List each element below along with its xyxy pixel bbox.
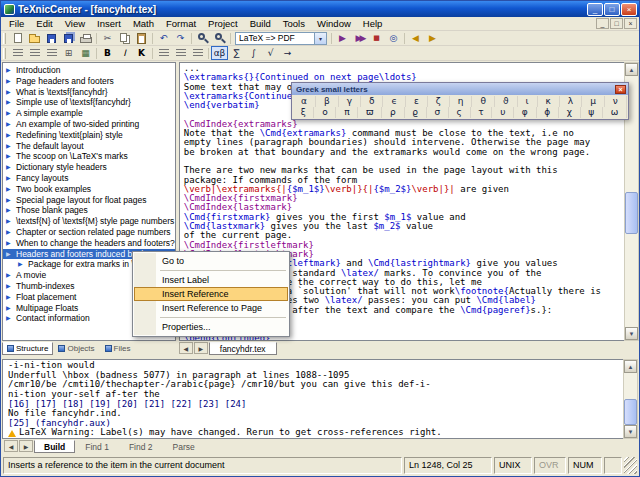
- greek-letter-button[interactable]: λ: [560, 96, 582, 107]
- align-left[interactable]: [155, 46, 172, 60]
- math-sqrt[interactable]: √: [262, 46, 279, 60]
- greek-letter-button[interactable]: γ: [339, 96, 361, 107]
- greek-letter-button[interactable]: ϖ: [358, 107, 382, 118]
- greek-letter-button[interactable]: τ: [471, 107, 493, 118]
- tree-item[interactable]: ▶An example of two-sided printing: [3, 119, 175, 130]
- palette-title-bar[interactable]: Greek small letters ×: [292, 83, 628, 95]
- tree-item[interactable]: ▶Those blank pages: [3, 205, 175, 216]
- tree-item[interactable]: ▶\textsf{N} of \textsf{M} style page num…: [3, 216, 175, 227]
- context-menu-item-insert-reference[interactable]: Insert Reference: [134, 287, 288, 301]
- greek-letter-button[interactable]: ν: [605, 96, 627, 107]
- insert-enumerate-list[interactable]: [26, 46, 43, 60]
- output-tab-find-2[interactable]: Find 2: [119, 440, 163, 453]
- tree-item[interactable]: ▶The default layout: [3, 141, 175, 152]
- greek-letter-button[interactable]: η: [450, 96, 473, 107]
- print[interactable]: [77, 31, 94, 45]
- output-tab-scroll-left-button[interactable]: ◀: [4, 440, 18, 452]
- paste[interactable]: [133, 31, 150, 45]
- context-menu-item-insert-reference-to-page[interactable]: Insert Reference to Page: [134, 301, 288, 315]
- math-integral[interactable]: ∫: [245, 46, 262, 60]
- resize-grip[interactable]: [624, 457, 637, 474]
- align-right[interactable]: [189, 46, 206, 60]
- math-greek-letters[interactable]: αβ: [211, 46, 228, 60]
- greek-letter-button[interactable]: ζ: [428, 96, 450, 107]
- insert-itemize-list[interactable]: [9, 46, 26, 60]
- copy[interactable]: [116, 31, 133, 45]
- menu-help[interactable]: Help: [357, 17, 389, 30]
- greek-letter-button[interactable]: μ: [582, 96, 605, 107]
- tree-item[interactable]: ▶Page headers and footers: [3, 76, 175, 87]
- mdi-minimize-button[interactable]: _: [596, 18, 609, 29]
- menu-file[interactable]: File: [3, 17, 30, 30]
- math-arrow[interactable]: →: [279, 46, 296, 60]
- menu-edit[interactable]: Edit: [30, 17, 58, 30]
- tree-item[interactable]: ▶A simple example: [3, 108, 175, 119]
- undo[interactable]: ↶: [155, 31, 172, 45]
- greek-letter-button[interactable]: ω: [603, 107, 627, 118]
- menu-build[interactable]: Build: [244, 17, 277, 30]
- greek-letter-button[interactable]: ϱ: [405, 107, 427, 118]
- output-tab-parse[interactable]: Parse: [163, 440, 205, 453]
- greek-letter-button[interactable]: θ: [472, 96, 495, 107]
- scroll-down-button[interactable]: ▼: [625, 327, 638, 340]
- greek-letter-button[interactable]: β: [316, 96, 339, 107]
- tree-item[interactable]: ▶Fancy layouts: [3, 173, 175, 184]
- build-output-log[interactable]: -i-ni-tion wouldUnderfull \hbox (badness…: [2, 359, 623, 439]
- greek-letter-button[interactable]: ϵ: [383, 96, 406, 107]
- tree-item[interactable]: ▶When to change the headers and footers?: [3, 238, 175, 249]
- small-caps[interactable]: K: [133, 46, 150, 60]
- insert-table[interactable]: ⊞: [60, 46, 77, 60]
- stop-build[interactable]: ■: [368, 31, 385, 45]
- italic[interactable]: I: [116, 46, 133, 60]
- align-center[interactable]: [172, 46, 189, 60]
- menu-project[interactable]: Project: [202, 17, 244, 30]
- greek-letter-button[interactable]: ψ: [581, 107, 603, 118]
- build-project[interactable]: ▶▶: [351, 31, 368, 45]
- greek-letter-button[interactable]: δ: [361, 96, 384, 107]
- greek-letter-button[interactable]: κ: [538, 96, 560, 107]
- greek-letter-button[interactable]: ϑ: [495, 96, 518, 107]
- greek-letter-button[interactable]: ξ: [293, 107, 314, 118]
- toolbar-grip[interactable]: [3, 48, 6, 59]
- palette-close-button[interactable]: ×: [615, 85, 626, 94]
- greek-letter-button[interactable]: χ: [559, 107, 581, 118]
- menu-window[interactable]: Window: [311, 17, 357, 30]
- panel-tab-structure[interactable]: Structure: [2, 342, 53, 355]
- menu-tools[interactable]: Tools: [277, 17, 311, 30]
- mdi-close-button[interactable]: ×: [624, 18, 637, 29]
- output-scrollbar[interactable]: ▲ ▼: [623, 359, 638, 439]
- save-all[interactable]: [60, 31, 77, 45]
- bold[interactable]: B: [99, 46, 116, 60]
- tab-scroll-right-button[interactable]: ▶: [194, 342, 208, 354]
- greek-letter-button[interactable]: ς: [449, 107, 471, 118]
- context-menu-item-properties[interactable]: Properties...: [134, 320, 288, 334]
- close-button[interactable]: ×: [621, 3, 637, 16]
- save-file[interactable]: [43, 31, 60, 45]
- tree-item[interactable]: ▶What is \textsf{fancyhdr}: [3, 87, 175, 98]
- tree-item[interactable]: ▶Redefining \textit{plain} style: [3, 130, 175, 141]
- view-output[interactable]: ◎: [385, 31, 402, 45]
- open-file[interactable]: [26, 31, 43, 45]
- insert-image[interactable]: ▦: [77, 46, 94, 60]
- greek-letter-button[interactable]: ϕ: [537, 107, 559, 118]
- greek-letter-button[interactable]: π: [336, 107, 358, 118]
- find[interactable]: [194, 31, 211, 45]
- previous-error[interactable]: ◀: [407, 31, 424, 45]
- context-menu-item-insert-label[interactable]: Insert Label: [134, 273, 288, 287]
- menu-math[interactable]: Math: [127, 17, 160, 30]
- editor-scrollbar-thumb[interactable]: [625, 192, 638, 234]
- cut[interactable]: ✂: [99, 31, 116, 45]
- mdi-restore-button[interactable]: □: [610, 18, 623, 29]
- scroll-up-button[interactable]: ▲: [625, 63, 638, 76]
- toolbar-grip[interactable]: [3, 33, 6, 44]
- menu-format[interactable]: Format: [160, 17, 202, 30]
- document-tab-fancyhdr[interactable]: fancyhdr.tex: [209, 342, 277, 355]
- tree-item[interactable]: ▶Chapter or section related page numbers: [3, 227, 175, 238]
- panel-tab-objects[interactable]: Objects: [53, 342, 99, 355]
- greek-letter-button[interactable]: σ: [427, 107, 449, 118]
- insert-description-list[interactable]: [43, 46, 60, 60]
- minimize-button[interactable]: _: [587, 3, 603, 16]
- greek-letter-button[interactable]: ο: [314, 107, 336, 118]
- greek-letter-button[interactable]: ι: [518, 96, 538, 107]
- tree-item[interactable]: ▶Introduction: [3, 65, 175, 76]
